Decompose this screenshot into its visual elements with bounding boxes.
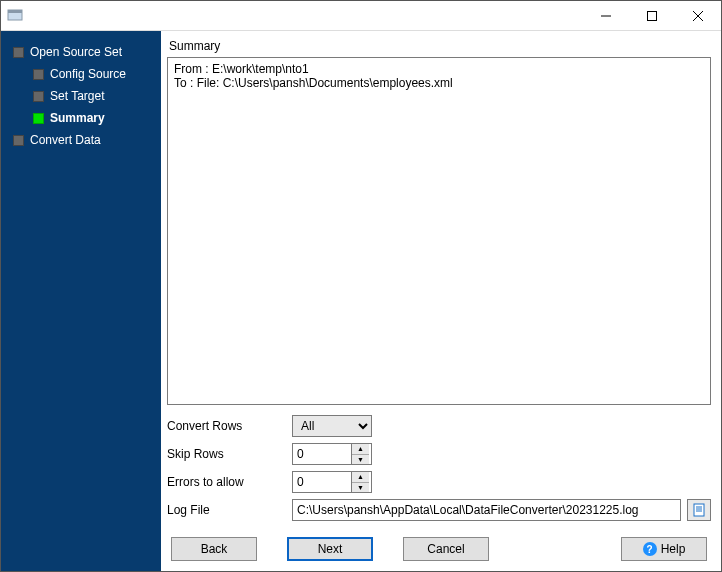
browse-log-button[interactable] [687, 499, 711, 521]
sidebar-item-label: Open Source Set [30, 45, 122, 59]
svg-rect-1 [8, 10, 22, 13]
back-button[interactable]: Back [171, 537, 257, 561]
spin-down-button[interactable]: ▼ [352, 483, 369, 493]
help-button[interactable]: ? Help [621, 537, 707, 561]
svg-rect-6 [694, 504, 704, 516]
log-file-input[interactable] [292, 499, 681, 521]
node-icon [13, 47, 24, 58]
svg-rect-3 [648, 11, 657, 20]
errors-spinner[interactable]: ▲ ▼ [292, 471, 372, 493]
close-button[interactable] [675, 1, 721, 31]
maximize-button[interactable] [629, 1, 675, 31]
node-icon [33, 91, 44, 102]
log-file-label: Log File [167, 503, 292, 517]
skip-rows-spinner[interactable]: ▲ ▼ [292, 443, 372, 465]
skip-rows-input[interactable] [293, 444, 351, 464]
summary-section-label: Summary [169, 39, 711, 53]
sidebar-item-label: Summary [50, 111, 105, 125]
help-button-label: Help [661, 542, 686, 556]
options-form: Convert Rows All Skip Rows ▲ ▼ Errors to… [167, 415, 711, 521]
sidebar-item-set-target[interactable]: Set Target [5, 85, 157, 107]
node-icon [13, 135, 24, 146]
errors-input[interactable] [293, 472, 351, 492]
spin-up-button[interactable]: ▲ [352, 444, 369, 455]
convert-rows-select[interactable]: All [292, 415, 372, 437]
document-icon [692, 503, 706, 517]
sidebar-item-label: Set Target [50, 89, 104, 103]
sidebar-item-config-source[interactable]: Config Source [5, 63, 157, 85]
errors-label: Errors to allow [167, 475, 292, 489]
sidebar-item-open-source-set[interactable]: Open Source Set [5, 41, 157, 63]
sidebar-item-summary[interactable]: Summary [5, 107, 157, 129]
sidebar-item-label: Config Source [50, 67, 126, 81]
cancel-button[interactable]: Cancel [403, 537, 489, 561]
wizard-button-row: Back Next Cancel ? Help [167, 537, 711, 565]
summary-textarea[interactable]: From : E:\work\temp\nto1 To : File: C:\U… [167, 57, 711, 405]
node-icon [33, 69, 44, 80]
node-icon-active [33, 113, 44, 124]
help-icon: ? [643, 542, 657, 556]
spin-down-button[interactable]: ▼ [352, 455, 369, 465]
spin-up-button[interactable]: ▲ [352, 472, 369, 483]
sidebar-item-convert-data[interactable]: Convert Data [5, 129, 157, 151]
minimize-button[interactable] [583, 1, 629, 31]
next-button[interactable]: Next [287, 537, 373, 561]
sidebar-item-label: Convert Data [30, 133, 101, 147]
main-panel: Summary From : E:\work\temp\nto1 To : Fi… [161, 31, 721, 571]
wizard-sidebar: Open Source Set Config Source Set Target… [1, 31, 161, 571]
title-bar [1, 1, 721, 31]
skip-rows-label: Skip Rows [167, 447, 292, 461]
app-icon [7, 7, 23, 23]
convert-rows-label: Convert Rows [167, 419, 292, 433]
